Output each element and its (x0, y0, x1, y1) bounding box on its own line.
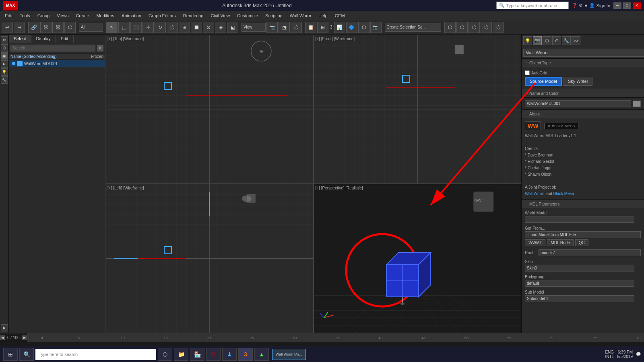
snap-toggle[interactable]: 🔲 (191, 22, 202, 33)
timeline-prev-button[interactable]: ◀ (0, 335, 5, 340)
object-name-input[interactable] (525, 100, 631, 107)
steam-btn[interactable]: ♟ (222, 348, 237, 361)
root-input[interactable] (539, 249, 641, 256)
menu-wall-worm[interactable]: Wall Worm (287, 12, 314, 19)
wwmt-button[interactable]: WWMT (525, 239, 545, 246)
angle-snap[interactable]: ⊙ (203, 22, 214, 33)
menu-customize[interactable]: Customize (234, 12, 261, 19)
viewport-front[interactable]: [+] [Front] [Wireframe] (314, 35, 522, 184)
menu-graph-editors[interactable]: Graph Editors (145, 12, 179, 19)
close-button[interactable]: ✕ (633, 2, 641, 9)
window-crossing-button[interactable]: ⬛ (130, 22, 142, 33)
reference-button[interactable]: ⊞ (179, 22, 190, 33)
rt-icon-light[interactable]: 💡 (523, 36, 532, 45)
render-setup[interactable]: 📷 (370, 22, 382, 33)
rt-icon-space[interactable]: ⊕ (552, 36, 561, 45)
viewport-left[interactable]: [+] [Left] [Wireframe] (105, 184, 314, 333)
viewport-perspective[interactable]: [+] [Perspective] [Realistic] (314, 184, 522, 333)
color-swatch[interactable] (633, 101, 641, 107)
menu-tools[interactable]: Tools (17, 12, 33, 19)
taskbar-search-box[interactable]: Type here to search (35, 349, 156, 360)
maximize-button[interactable]: □ (623, 2, 631, 9)
object-type-section-header[interactable]: − Object Type (522, 58, 644, 67)
view-dropdown[interactable]: View (242, 23, 266, 32)
scene-tab-display[interactable]: Display (31, 35, 56, 43)
create-selection-button[interactable]: Create Selection Se... (385, 23, 441, 32)
scene-item[interactable]: WallWormMDL001 (9, 60, 105, 67)
opera-btn[interactable]: O (206, 348, 221, 361)
load-model-button[interactable]: Load Model from MDL File (525, 231, 641, 238)
black-mesa-link[interactable]: Black Mesa (553, 191, 574, 196)
menu-create[interactable]: Create (72, 12, 92, 19)
wall-worm-dropdown[interactable]: Wall Worm (523, 49, 644, 57)
lt-motion[interactable]: ► (1, 60, 8, 68)
scene-search-input[interactable] (10, 45, 95, 51)
track-view[interactable]: 📊 (334, 22, 345, 33)
toolbar-btn-extra2[interactable]: ⬡ (456, 22, 468, 33)
wall-worm-link[interactable]: Wall Worm (525, 191, 544, 196)
rotate-button[interactable]: ↻ (155, 22, 166, 33)
qc-button[interactable]: QC (575, 239, 588, 246)
notification-icon[interactable]: 💬 (636, 352, 641, 356)
menu-help[interactable]: Help (315, 12, 331, 19)
link-button[interactable]: ⛓ (40, 22, 52, 33)
name-color-section-header[interactable]: − Name and Color (522, 89, 644, 98)
redo-button[interactable]: ↪ (14, 22, 25, 33)
world-model-input[interactable] (525, 216, 634, 223)
extra-app-btn[interactable]: ▲ (254, 348, 269, 361)
undo-button[interactable]: ↩ (2, 22, 13, 33)
source-model-button[interactable]: Source Model (525, 77, 562, 86)
file-explorer-btn[interactable]: 📁 (174, 348, 188, 361)
lt-hierarchy[interactable]: ▣ (1, 52, 8, 60)
mdl-params-section-header[interactable]: − MDL Parameters (522, 200, 644, 208)
minimize-button[interactable]: ─ (613, 2, 621, 9)
scene-tab-edit[interactable]: Edit (56, 35, 74, 43)
scene-tab-select[interactable]: Select (9, 35, 31, 43)
start-button[interactable]: ⊞ (3, 348, 18, 361)
scale-button[interactable]: ⬡ (167, 22, 178, 33)
about-section-header[interactable]: − About (522, 109, 644, 118)
bodygroup-dropdown[interactable]: default (525, 280, 634, 287)
timeline-next-button[interactable]: ▶ (22, 335, 27, 340)
camera-view-button[interactable]: 📷 (266, 22, 278, 33)
menu-rendering[interactable]: Rendering (180, 12, 207, 19)
toolbar-btn-extra1[interactable]: ⬡ (444, 22, 456, 33)
toolbar-btn-extra3[interactable]: ⬡ (469, 22, 480, 33)
search-btn[interactable]: 🔍 (19, 348, 34, 361)
lt-modify[interactable]: ⬡ (1, 44, 8, 51)
unlink-button[interactable]: ⛓ (52, 22, 64, 33)
select-region-button[interactable]: ⬚ (118, 22, 130, 33)
rt-icon-shapes[interactable]: ⬡ (543, 36, 551, 45)
active-app-taskbar[interactable]: Wall Worm Ma... (272, 349, 306, 360)
title-search-box[interactable]: 🔍 Type a keyword or phrase (496, 2, 569, 9)
align-button[interactable]: ⬡ (291, 22, 302, 33)
timeline-ruler[interactable]: 0 5 10 15 20 25 30 35 40 45 50 55 60 65 … (27, 333, 644, 342)
lt-display[interactable]: 💡 (1, 68, 8, 76)
viewport-top[interactable]: [+] [Top] [Wireframe] ⊕ (105, 35, 314, 184)
menu-gem[interactable]: GEM (332, 12, 348, 19)
mdl-node-button[interactable]: MDL Node (547, 239, 573, 246)
autogrid-checkbox[interactable] (525, 70, 530, 75)
bind-button[interactable]: ⬡ (64, 22, 76, 33)
3dsmax-btn[interactable]: 3 (238, 348, 253, 361)
menu-views[interactable]: Views (54, 12, 72, 19)
select-object-button[interactable]: ↖ (106, 22, 118, 33)
material-editor[interactable]: ⬡ (358, 22, 369, 33)
lt-expand[interactable]: ▶ (1, 324, 8, 331)
rt-icon-camera[interactable]: 📷 (533, 36, 542, 45)
scene-close-button[interactable]: ✕ (97, 45, 103, 51)
toolbar-btn-extra5[interactable]: ⬡ (493, 22, 504, 33)
menu-modifiers[interactable]: Modifiers (93, 12, 118, 19)
sign-in-label[interactable]: Sign In (597, 3, 610, 8)
submodel-dropdown[interactable]: Submodel 1 (525, 295, 634, 302)
rt-icon-systems[interactable]: 🔧 (562, 36, 571, 45)
sky-writer-button[interactable]: Sky Writer (564, 77, 593, 86)
layer-btn1[interactable]: 📋 (305, 22, 316, 33)
rt-icon-expand[interactable]: >> (572, 36, 580, 45)
menu-group[interactable]: Group (34, 12, 53, 19)
percent-snap[interactable]: ◈ (215, 22, 226, 33)
task-view-btn[interactable]: ⬡ (158, 348, 172, 361)
mirror-button[interactable]: ⬔ (279, 22, 290, 33)
menu-civil-view[interactable]: Civil View (208, 12, 233, 19)
toolbar-btn-extra4[interactable]: ⬡ (481, 22, 492, 33)
